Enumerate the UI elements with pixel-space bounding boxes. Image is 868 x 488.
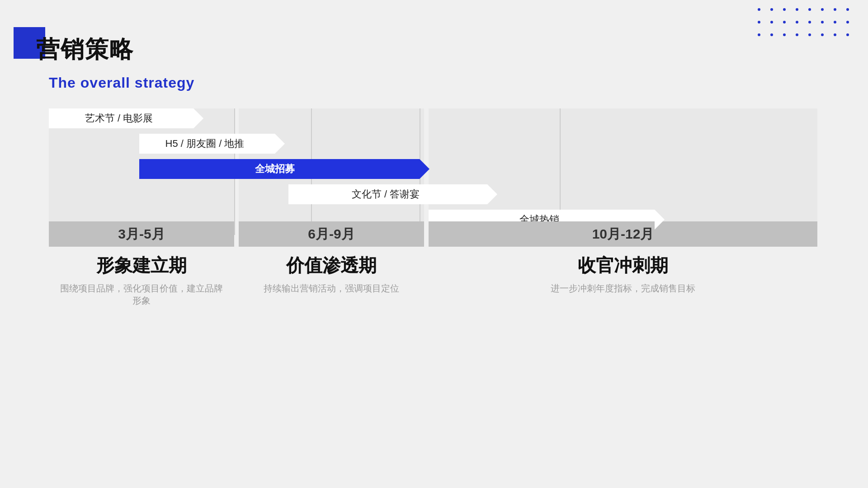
period3-desc: 进一步冲刺年度指标，完成销售目标 [429, 282, 817, 295]
period1-desc: 围绕项目品牌，强化项目价值，建立品牌形象 [49, 282, 234, 307]
dot [796, 21, 798, 23]
arrow-label-4: 文化节 / 答谢宴 [352, 188, 420, 201]
period3-name-container: 收官冲刺期 进一步冲刺年度指标，完成销售目标 [429, 253, 817, 295]
period1-header: 3月-5月 [49, 221, 234, 247]
dot [783, 33, 786, 36]
dot [770, 8, 773, 11]
dot [796, 8, 798, 11]
arrow-wenhuajie: 文化节 / 答谢宴 [288, 184, 487, 204]
period3-header: 10月-12月 [429, 221, 817, 247]
dot [846, 33, 849, 36]
dot-grid-decoration [758, 8, 854, 42]
arrow-row-2: H5 / 朋友圈 / 地推 [139, 134, 275, 154]
page-title: 营销策略 [36, 34, 134, 66]
dot [821, 21, 824, 23]
arrow-label-3: 全城招募 [255, 162, 295, 176]
dot [758, 33, 760, 36]
arrow-quancheng-zhaomù: 全城招募 [139, 159, 420, 179]
period1-date: 3月-5月 [118, 225, 165, 244]
dot [808, 8, 811, 11]
dot [846, 8, 849, 11]
dot [770, 33, 773, 36]
dot [821, 33, 824, 36]
dot [758, 21, 760, 23]
period3-name: 收官冲刺期 [429, 253, 817, 278]
arrow-row-3: 全城招募 [139, 159, 420, 179]
dot [758, 8, 760, 11]
page-subtitle: The overall strategy [49, 75, 194, 91]
dot [808, 33, 811, 36]
dot [834, 21, 836, 23]
period2-name-container: 价值渗透期 持续输出营销活动，强调项目定位 [239, 253, 424, 295]
arrow-label-1: 艺术节 / 电影展 [85, 112, 153, 125]
period3-date: 10月-12月 [592, 225, 654, 244]
period1-name: 形象建立期 [49, 253, 234, 278]
arrow-label-2: H5 / 朋友圈 / 地推 [165, 137, 245, 150]
dot [821, 8, 824, 11]
dot [808, 21, 811, 23]
dot [783, 8, 786, 11]
period2-desc: 持续输出营销活动，强调项目定位 [239, 282, 424, 295]
period1-name-container: 形象建立期 围绕项目品牌，强化项目价值，建立品牌形象 [49, 253, 234, 307]
dot [783, 21, 786, 23]
main-content: 艺术节 / 电影展 H5 / 朋友圈 / 地推 全城招募 文化节 / 答谢宴 全… [49, 108, 819, 461]
arrow-h5: H5 / 朋友圈 / 地推 [139, 134, 275, 154]
dot [834, 33, 836, 36]
dot [796, 33, 798, 36]
dot [846, 21, 849, 23]
col3-bg [429, 108, 817, 221]
arrows-container: 艺术节 / 电影展 H5 / 朋友圈 / 地推 全城招募 文化节 / 答谢宴 全… [49, 108, 819, 262]
dot [770, 21, 773, 23]
period2-date: 6月-9月 [308, 225, 354, 244]
period2-header: 6月-9月 [239, 221, 424, 247]
period2-name: 价值渗透期 [239, 253, 424, 278]
arrow-row-4: 文化节 / 答谢宴 [288, 184, 487, 204]
arrow-row-1: 艺术节 / 电影展 [49, 108, 193, 128]
arrow-yishujie: 艺术节 / 电影展 [49, 108, 193, 128]
dot [834, 8, 836, 11]
